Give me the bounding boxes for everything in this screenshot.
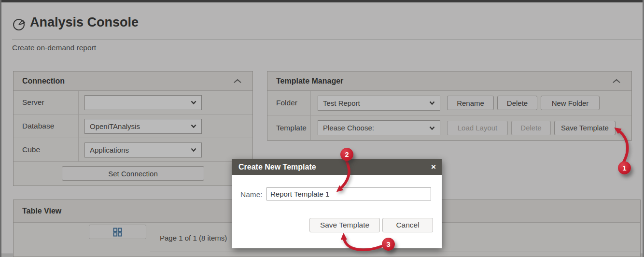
step-badge-1: 1 (618, 161, 631, 174)
dialog-cancel-button[interactable]: Cancel (382, 218, 433, 232)
analysis-console-page: Analysis Console Create on-demand report… (0, 0, 644, 257)
dialog-header: Create New Template × (232, 159, 442, 175)
step-badge-2: 2 (340, 148, 353, 161)
create-new-template-dialog: Create New Template × Name: Save Templat… (232, 159, 442, 248)
close-icon[interactable]: × (431, 163, 436, 171)
dialog-save-template-button[interactable]: Save Template (309, 218, 380, 232)
step-badge-3: 3 (382, 238, 395, 251)
name-label: Name: (240, 190, 263, 199)
template-name-input[interactable] (266, 187, 431, 200)
dialog-title: Create New Template (238, 163, 431, 171)
